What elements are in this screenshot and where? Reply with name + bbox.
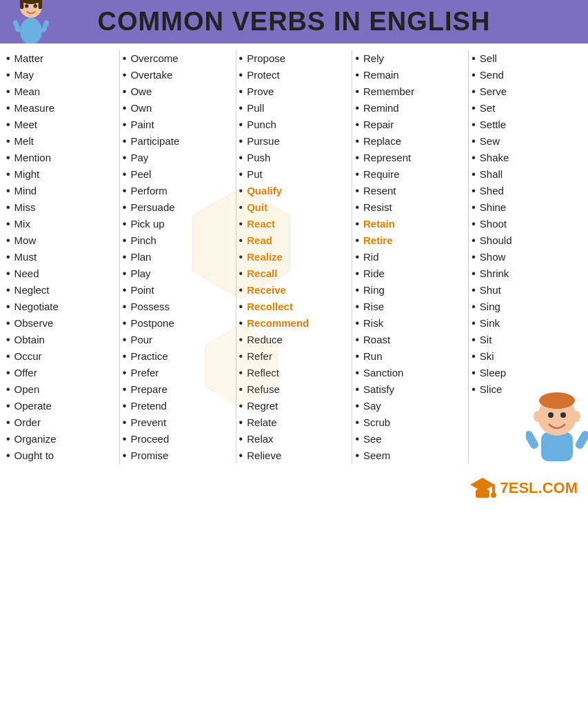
word-text: Retire xyxy=(363,234,393,246)
list-item: Ski xyxy=(472,348,582,365)
list-item: Rid xyxy=(355,249,465,265)
list-item: Prepare xyxy=(123,381,233,398)
word-text: Put xyxy=(247,168,263,180)
word-text: Recall xyxy=(247,268,277,279)
list-item: Peel xyxy=(123,166,233,183)
word-text: Own xyxy=(130,102,152,114)
list-item: Satisfy xyxy=(355,381,465,398)
list-item: Remain xyxy=(355,67,465,83)
list-item: Risk xyxy=(355,315,465,332)
list-item: Persuade xyxy=(123,199,233,216)
word-text: Refuse xyxy=(247,383,280,395)
list-item: Sit xyxy=(472,332,582,348)
list-item: Relieve xyxy=(239,447,349,464)
column-5: SellSendServeSetSettleSewShakeShallShedS… xyxy=(469,50,585,464)
word-text: Prefer xyxy=(130,367,159,379)
word-text: Postpone xyxy=(130,317,174,329)
list-item: Mind xyxy=(6,183,116,199)
word-text: Negotiate xyxy=(14,301,59,312)
list-item: Own xyxy=(123,100,233,117)
word-text: Set xyxy=(480,102,496,114)
word-text: Mind xyxy=(14,185,37,196)
word-text: Operate xyxy=(14,400,52,412)
word-list-4: RelyRemainRememberRemindRepairReplaceRep… xyxy=(355,50,465,464)
svg-rect-21 xyxy=(476,490,489,498)
list-item: React xyxy=(239,216,349,232)
word-list-3: ProposeProtectProvePullPunchPursuePushPu… xyxy=(239,50,349,464)
column-4: RelyRemainRememberRemindRepairReplaceRep… xyxy=(352,50,469,464)
list-item: Qualify xyxy=(239,183,349,199)
list-item: Quit xyxy=(239,199,349,216)
list-item: Replace xyxy=(355,133,465,150)
word-text: Matter xyxy=(14,52,44,64)
list-item: Require xyxy=(355,166,465,183)
list-item: Organize xyxy=(6,431,116,447)
list-item: Point xyxy=(123,282,233,299)
svg-point-5 xyxy=(25,4,28,8)
list-item: Postpone xyxy=(123,315,233,332)
word-text: Protect xyxy=(247,69,280,81)
word-text: Ride xyxy=(363,268,385,279)
svg-point-17 xyxy=(572,411,580,422)
content-area: MatterMayMeanMeasureMeetMeltMentionMight… xyxy=(0,43,588,471)
word-list-5: SellSendServeSetSettleSewShakeShallShedS… xyxy=(472,50,582,398)
word-list-1: MatterMayMeanMeasureMeetMeltMentionMight… xyxy=(6,50,116,464)
list-item: Prefer xyxy=(123,365,233,381)
list-item: Protect xyxy=(239,67,349,83)
word-text: Seem xyxy=(363,450,390,461)
page-title: COMMON VERBS IN ENGLISH xyxy=(98,7,491,37)
word-text: Order xyxy=(14,416,41,428)
word-text: Play xyxy=(130,268,150,279)
word-text: Neglect xyxy=(14,284,50,296)
list-item: Shake xyxy=(472,150,582,166)
column-1: MatterMayMeanMeasureMeetMeltMentionMight… xyxy=(3,50,120,464)
list-item: Mow xyxy=(6,232,116,249)
list-item: Need xyxy=(6,265,116,282)
list-item: Resist xyxy=(355,199,465,216)
list-item: See xyxy=(355,431,465,447)
word-text: Retain xyxy=(363,218,395,230)
word-text: Ski xyxy=(480,350,494,362)
list-item: Remember xyxy=(355,83,465,100)
word-text: Sell xyxy=(480,52,497,64)
word-text: Send xyxy=(480,69,504,81)
list-item: Scrub xyxy=(355,414,465,431)
word-text: Rise xyxy=(363,301,384,312)
list-item: Overtake xyxy=(123,67,233,83)
word-text: Serve xyxy=(480,85,507,97)
word-text: Shake xyxy=(480,152,509,163)
word-text: May xyxy=(14,69,34,81)
list-item: Neglect xyxy=(6,282,116,299)
logo: 7ESL.COM xyxy=(469,474,578,502)
word-text: Melt xyxy=(14,135,34,147)
list-item: Roast xyxy=(355,332,465,348)
word-text: Shut xyxy=(480,284,501,296)
list-item: Rely xyxy=(355,50,465,67)
word-text: Pick up xyxy=(130,218,164,230)
word-text: Regret xyxy=(247,400,278,412)
list-item: Play xyxy=(123,265,233,282)
list-item: Sanction xyxy=(355,365,465,381)
list-item: Meet xyxy=(6,117,116,133)
list-item: Open xyxy=(6,381,116,398)
list-item: Refer xyxy=(239,348,349,365)
footer: 7ESL.COM xyxy=(0,471,588,509)
list-item: Might xyxy=(6,166,116,183)
word-text: Pull xyxy=(247,102,264,114)
svg-point-14 xyxy=(548,412,554,418)
word-text: Show xyxy=(480,251,506,263)
list-item: Seem xyxy=(355,447,465,464)
word-text: Sleep xyxy=(480,367,506,379)
word-text: Open xyxy=(14,383,40,395)
list-item: Pretend xyxy=(123,398,233,414)
word-text: Relate xyxy=(247,416,276,428)
list-item: Send xyxy=(472,67,582,83)
word-text: Prepare xyxy=(130,383,167,395)
list-item: Represent xyxy=(355,150,465,166)
svg-point-13 xyxy=(539,392,575,409)
svg-point-23 xyxy=(491,492,496,498)
word-text: Remember xyxy=(363,85,414,97)
word-text: Roast xyxy=(363,334,390,345)
list-item: Run xyxy=(355,348,465,365)
list-item: Order xyxy=(6,414,116,431)
